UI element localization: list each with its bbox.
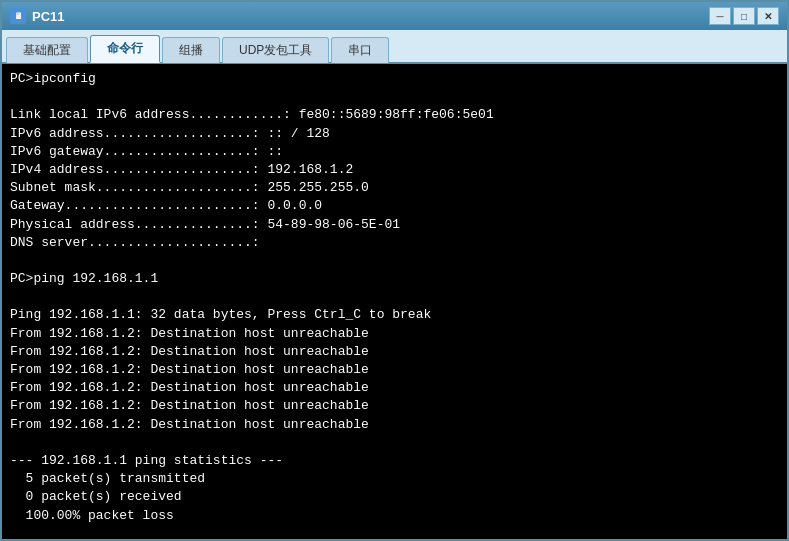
tab-serial[interactable]: 串口 — [331, 37, 389, 63]
title-bar: 🖥 PC11 ─ □ ✕ — [2, 2, 787, 30]
minimize-button[interactable]: ─ — [709, 7, 731, 25]
terminal-container: PC>ipconfig Link local IPv6 address.....… — [2, 64, 787, 539]
tab-basic[interactable]: 基础配置 — [6, 37, 88, 63]
tab-bar: 基础配置 命令行 组播 UDP发包工具 串口 — [2, 30, 787, 64]
window-title: PC11 — [32, 9, 709, 24]
main-window: 🖥 PC11 ─ □ ✕ 基础配置 命令行 组播 UDP发包工具 串口 PC>i… — [0, 0, 789, 541]
tab-command[interactable]: 命令行 — [90, 35, 160, 63]
window-icon: 🖥 — [10, 8, 26, 24]
tab-udp[interactable]: UDP发包工具 — [222, 37, 329, 63]
close-button[interactable]: ✕ — [757, 7, 779, 25]
maximize-button[interactable]: □ — [733, 7, 755, 25]
terminal-output[interactable]: PC>ipconfig Link local IPv6 address.....… — [10, 70, 779, 533]
tab-multicast[interactable]: 组播 — [162, 37, 220, 63]
window-controls: ─ □ ✕ — [709, 7, 779, 25]
